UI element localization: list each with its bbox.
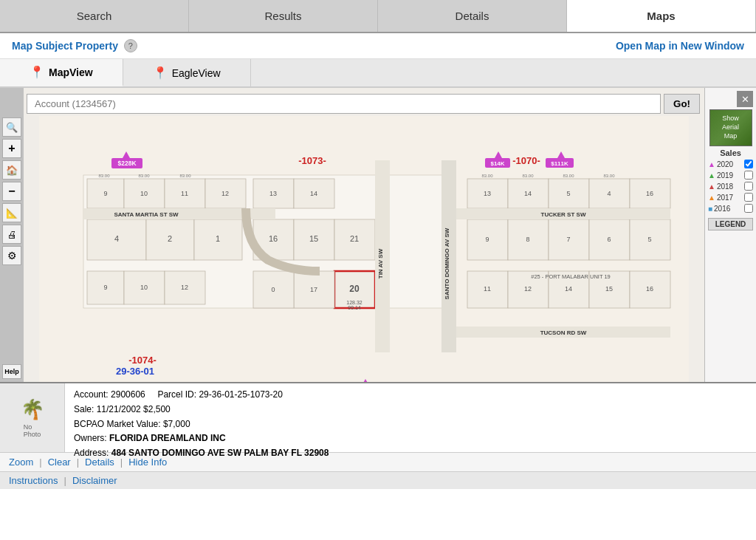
- sales-2016-year: 2016: [714, 205, 730, 213]
- tab-details[interactable]: Details: [378, 0, 567, 32]
- svg-text:14: 14: [310, 190, 317, 197]
- svg-text:20: 20: [349, 284, 360, 294]
- svg-text:SANTO DOMINGO AV SW: SANTO DOMINGO AV SW: [444, 228, 450, 299]
- sales-item-2020: ▲ 2020: [708, 160, 753, 168]
- map-search-go-btn[interactable]: Go!: [664, 94, 700, 114]
- mapview-icon: 📍: [30, 65, 44, 79]
- sales-2018-year: 2018: [717, 182, 733, 191]
- account-label: Account: 2900606: [74, 389, 145, 400]
- sales-2020-year: 2020: [717, 160, 733, 168]
- tab-search[interactable]: Search: [0, 0, 189, 32]
- hide-info-link[interactable]: Hide Info: [126, 457, 170, 468]
- svg-text:12: 12: [524, 285, 532, 293]
- mapview-tab[interactable]: 📍 MapView: [0, 59, 123, 86]
- details-link[interactable]: Details: [82, 457, 117, 468]
- tab-results[interactable]: Results: [189, 0, 378, 32]
- tab-maps[interactable]: Maps: [567, 0, 756, 32]
- market-value: BCPAO Market Value: $7,000: [74, 419, 190, 429]
- sep2: |: [74, 457, 82, 468]
- map-svg: 9 10 11 12 4 2 1 9 10 12 13: [24, 116, 704, 382]
- svg-text:1: 1: [216, 234, 220, 243]
- sales-item-2019: ▲ 2019: [708, 171, 753, 180]
- sales-2019-checkbox[interactable]: [744, 171, 753, 180]
- svg-text:10: 10: [140, 284, 148, 291]
- clear-link[interactable]: Clear: [45, 457, 74, 468]
- sales-2018-checkbox[interactable]: [744, 182, 753, 191]
- sales-2016-checkbox[interactable]: [744, 204, 753, 213]
- zoom-link[interactable]: Zoom: [9, 457, 36, 468]
- svg-text:TIN AV SW: TIN AV SW: [377, 248, 384, 278]
- aerial-map-btn[interactable]: ShowAerialMap: [709, 109, 752, 146]
- settings-btn[interactable]: ⚙: [2, 246, 21, 265]
- svg-text:4: 4: [607, 190, 611, 197]
- help-icon[interactable]: ?: [124, 39, 137, 52]
- print-btn[interactable]: 🖨: [2, 225, 21, 244]
- svg-text:14: 14: [565, 285, 572, 293]
- svg-text:15: 15: [309, 234, 318, 243]
- svg-text:83.00: 83.00: [481, 174, 493, 178]
- svg-text:$14K: $14K: [490, 160, 504, 167]
- footer-bar: Instructions | Disclaimer: [0, 471, 756, 489]
- disclaimer-link[interactable]: Disclaimer: [69, 475, 120, 486]
- svg-text:0: 0: [271, 286, 275, 293]
- svg-text:13: 13: [269, 190, 277, 197]
- sep1: |: [36, 457, 44, 468]
- svg-text:8: 8: [526, 236, 529, 243]
- map-search-bar: Go!: [27, 94, 700, 114]
- svg-text:11: 11: [181, 190, 188, 197]
- legend-btn[interactable]: LEGEND: [708, 218, 753, 230]
- close-panel-btn[interactable]: ✕: [737, 91, 753, 107]
- palm-icon: 🌴: [21, 398, 44, 421]
- svg-text:128.32: 128.32: [346, 300, 362, 305]
- home-btn[interactable]: 🏠: [2, 160, 21, 180]
- svg-text:12: 12: [181, 284, 188, 291]
- sales-2019-icon: ▲: [708, 171, 715, 180]
- sales-2020-checkbox[interactable]: [744, 160, 753, 168]
- svg-text:16: 16: [646, 190, 653, 197]
- sales-item-2018: ▲ 2018: [708, 182, 753, 191]
- svg-text:83.00: 83.00: [98, 174, 110, 178]
- svg-text:14: 14: [524, 190, 532, 197]
- search-tool-btn[interactable]: 🔍: [2, 117, 21, 137]
- svg-text:83.00: 83.00: [179, 174, 191, 178]
- svg-text:99.14: 99.14: [348, 305, 361, 310]
- svg-text:2: 2: [168, 234, 172, 243]
- svg-text:10: 10: [140, 190, 148, 197]
- map-toolbar: 🔍 + 🏠 − 📐 🖨 ⚙ Help: [0, 88, 24, 382]
- svg-text:#25 - PORT MALABAR UNIT 19: #25 - PORT MALABAR UNIT 19: [531, 273, 611, 280]
- svg-text:5: 5: [566, 190, 570, 197]
- sales-2020-icon: ▲: [708, 160, 715, 168]
- help-btn[interactable]: Help: [2, 364, 21, 379]
- map-subject-label: Map Subject Property: [12, 40, 118, 52]
- svg-text:-1074-: -1074-: [128, 355, 157, 366]
- svg-text:15: 15: [605, 285, 613, 293]
- instructions-link[interactable]: Instructions: [9, 475, 61, 486]
- footer-sep: |: [61, 475, 69, 486]
- svg-text:9: 9: [485, 236, 489, 243]
- no-photo-area: 🌴 NoPhoto: [0, 383, 65, 452]
- svg-text:5: 5: [647, 236, 651, 243]
- right-panel: ✕ ShowAerialMap Sales ▲ 2020 ▲ 2019 ▲ 20…: [704, 88, 756, 382]
- owner-name: FLORIDA DREAMLAND INC: [109, 433, 226, 443]
- no-photo-label: NoPhoto: [24, 423, 41, 438]
- svg-text:16: 16: [269, 234, 278, 243]
- sales-2019-year: 2019: [717, 171, 733, 180]
- svg-text:12: 12: [221, 190, 229, 197]
- sales-2016-icon: ■: [708, 205, 712, 213]
- zoom-in-btn[interactable]: +: [2, 139, 21, 158]
- svg-text:83.00: 83.00: [138, 174, 150, 178]
- svg-text:9: 9: [103, 190, 107, 197]
- open-map-link[interactable]: Open Map in New Window: [616, 40, 744, 52]
- svg-text:TUCKER ST SW: TUCKER ST SW: [541, 211, 586, 218]
- map-search-input[interactable]: [27, 94, 661, 114]
- eagleview-tab[interactable]: 📍 EagleView: [123, 59, 251, 86]
- svg-text:83.00: 83.00: [563, 174, 574, 178]
- measure-btn[interactable]: 📐: [2, 203, 21, 222]
- svg-text:7: 7: [566, 236, 570, 243]
- svg-text:9: 9: [103, 284, 107, 291]
- sales-2017-checkbox[interactable]: [744, 193, 753, 202]
- zoom-out-btn[interactable]: −: [2, 182, 21, 201]
- svg-text:17: 17: [310, 286, 317, 293]
- svg-text:6: 6: [607, 236, 611, 243]
- svg-text:29-36-01: 29-36-01: [116, 366, 154, 377]
